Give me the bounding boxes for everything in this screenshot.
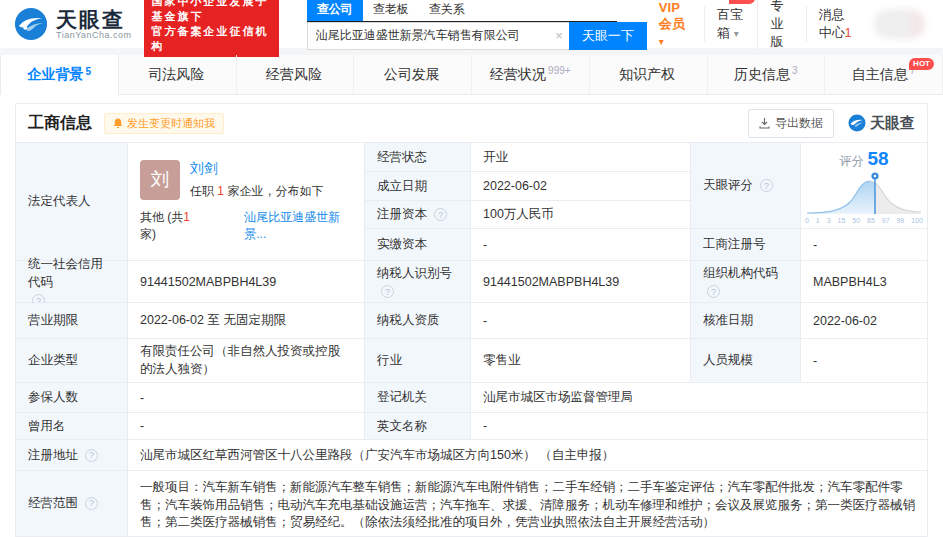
message-count: 1 <box>845 26 852 40</box>
registered-capital-label: 注册资本? <box>365 201 471 229</box>
business-term-label: 营业期限 <box>16 303 128 339</box>
insured-count-label: 参保人数 <box>16 383 128 413</box>
tab-intellectual-property[interactable]: 知识产权 <box>590 55 708 94</box>
industry-label: 行业 <box>365 339 471 383</box>
user-avatar[interactable] <box>874 9 925 39</box>
legal-rep-tenure: 任职 1 家企业，分布如下 <box>190 183 323 200</box>
section-title: 工商信息 <box>28 113 92 134</box>
registration-no-value: - <box>801 229 927 261</box>
org-code-label: 组织机构代码? <box>691 261 801 303</box>
tab-company-background[interactable]: 企业背景5 <box>0 55 119 95</box>
help-icon[interactable]: ? <box>85 449 98 462</box>
tab-judicial-risk[interactable]: 司法风险 <box>119 55 237 94</box>
business-status-label: 经营状态 <box>365 143 471 172</box>
notify-on-change-button[interactable]: 发生变更时通知我 <box>104 113 224 134</box>
company-type-value: 有限责任公司（非自然人投资或控股的法人独资） <box>128 339 365 383</box>
help-icon[interactable]: ? <box>760 179 773 192</box>
registered-capital-value: 100万人民币 <box>471 201 691 229</box>
approval-date-label: 核准日期 <box>691 303 801 339</box>
business-scope-value: 一般项目：汽车新车销售；新能源汽车整车销售；新能源汽车电附件销售；二手车经销；二… <box>128 471 927 537</box>
brand-domain: TianYanCha.com <box>56 30 132 40</box>
message-center-link[interactable]: 消息中心1 <box>806 6 866 42</box>
business-scope-label: 经营范围? <box>16 471 128 537</box>
tab-history-info[interactable]: 历史信息3 <box>708 55 826 94</box>
approval-date-value: 2022-06-02 <box>801 303 927 339</box>
chevron-down-icon: ▾ <box>734 28 739 39</box>
help-icon[interactable]: ? <box>707 285 720 298</box>
vip-menu[interactable]: VIP会员 ▾ <box>647 0 704 48</box>
search-tab-relation[interactable]: 查关系 <box>419 0 475 21</box>
tab-self-published-info[interactable]: HOT 自主信息7 <box>825 55 943 94</box>
search-tab-company[interactable]: 查公司 <box>307 0 363 21</box>
company-type-label: 企业类型 <box>16 339 128 383</box>
legal-rep-group: 其他 (共1家) <box>140 209 200 243</box>
tianyancha-logo[interactable]: 天眼查 TianYanCha.com <box>14 7 132 41</box>
org-code-value: MABPBH4L3 <box>801 261 927 303</box>
business-info-card: 工商信息 发生变更时通知我 导出数据 <box>15 103 928 537</box>
help-icon[interactable]: ? <box>381 285 394 298</box>
score-value: 58 <box>867 148 888 169</box>
taxpayer-qualification-value: - <box>471 303 691 339</box>
search-tabs: 查公司 查老板 查关系 <box>307 0 617 22</box>
tab-operating-risk[interactable]: 经营风险 <box>237 55 355 94</box>
legal-rep-label: 法定代表人 <box>16 143 128 261</box>
legal-rep-name-link[interactable]: 刘剑 <box>190 160 323 178</box>
toolbox-menu[interactable]: HOT 百宝箱 ▾ <box>704 6 757 42</box>
tyc-score-chart[interactable]: 评分58 0131550859799100 <box>801 143 927 229</box>
brand-name: 天眼查 <box>56 9 132 30</box>
former-name-value: - <box>128 413 365 440</box>
search-button[interactable]: 天眼一下 <box>569 22 647 50</box>
tianyancha-logo-icon <box>848 114 866 132</box>
registered-address-label: 注册地址? <box>16 440 128 471</box>
hot-badge: HOT <box>909 58 934 70</box>
tab-operating-status[interactable]: 经营状况999+ <box>472 55 590 94</box>
business-term-value: 2022-06-02 至 无固定期限 <box>128 303 365 339</box>
search-input[interactable] <box>307 22 569 50</box>
registered-address-value: 汕尾市城区红草西河管区十八公里路段（广安汽车市场城区方向150米） （自主申报） <box>128 440 927 471</box>
company-section-tabs: 企业背景5 司法风险 经营风险 公司发展 经营状况999+ 知识产权 历史信息3… <box>0 55 943 95</box>
search-zone: 查公司 查老板 查关系 × 天眼一下 <box>307 0 647 50</box>
help-icon[interactable]: ? <box>434 208 447 221</box>
score-distribution-chart <box>805 170 923 216</box>
staff-size-value: - <box>801 339 927 383</box>
download-icon <box>759 118 770 129</box>
chevron-down-icon: ▾ <box>659 36 664 47</box>
tab-company-development[interactable]: 公司发展 <box>354 55 472 94</box>
uscc-label: 统一社会信用代码? <box>16 261 128 303</box>
industry-value: 零售业 <box>471 339 691 383</box>
avatar[interactable]: 刘 <box>140 160 180 200</box>
pro-version-link[interactable]: 专业版 <box>757 0 805 51</box>
established-date-label: 成立日期 <box>365 172 471 201</box>
tyc-score-label: 天眼评分? <box>691 143 801 229</box>
score-axis-ticks: 0131550859799100 <box>805 217 923 224</box>
export-data-button[interactable]: 导出数据 <box>748 109 834 138</box>
official-badge: 国家中小企业发展子基金旗下 官方备案企业征信机构 <box>144 0 279 57</box>
help-icon[interactable]: ? <box>85 497 98 510</box>
business-status-value: 开业 <box>471 143 691 172</box>
registration-authority-value: 汕尾市城区市场监督管理局 <box>471 383 927 413</box>
score-title: 评分58 <box>839 148 888 170</box>
clear-icon[interactable]: × <box>555 28 563 43</box>
uscc-value: 91441502MABPBH4L39 <box>128 261 365 303</box>
staff-size-label: 人员规模 <box>691 339 801 383</box>
taxpayer-qualification-label: 纳税人资质 <box>365 303 471 339</box>
legal-rep-value: 刘 刘剑 任职 1 家企业，分布如下 其他 (共1家) 汕尾比亚迪盛世新景... <box>128 143 365 261</box>
english-name-value: - <box>471 413 927 440</box>
hot-badge: HOT <box>729 0 756 4</box>
paid-in-capital-label: 实缴资本 <box>365 229 471 261</box>
business-info-table: 法定代表人 刘 刘剑 任职 1 家企业，分布如下 其他 (共1家) 汕尾比亚迪盛… <box>16 142 927 537</box>
taxpayer-id-value: 91441502MABPBH4L39 <box>471 261 691 303</box>
registration-no-label: 工商注册号 <box>691 229 801 261</box>
site-header: 天眼查 TianYanCha.com 国家中小企业发展子基金旗下 官方备案企业征… <box>0 0 943 48</box>
search-tab-boss[interactable]: 查老板 <box>363 0 419 21</box>
paid-in-capital-value: - <box>471 229 691 261</box>
taxpayer-id-label: 纳税人识别号? <box>365 261 471 303</box>
legal-rep-company-link[interactable]: 汕尾比亚迪盛世新景... <box>244 209 352 243</box>
english-name-label: 英文名称 <box>365 413 471 440</box>
former-name-label: 曾用名 <box>16 413 128 440</box>
insured-count-value: - <box>128 383 365 413</box>
bell-icon <box>113 118 123 129</box>
top-nav: VIP会员 ▾ HOT 百宝箱 ▾ 专业版 消息中心1 <box>647 0 925 51</box>
registration-authority-label: 登记机关 <box>365 383 471 413</box>
tianyancha-watermark: 天眼查 <box>848 114 915 133</box>
